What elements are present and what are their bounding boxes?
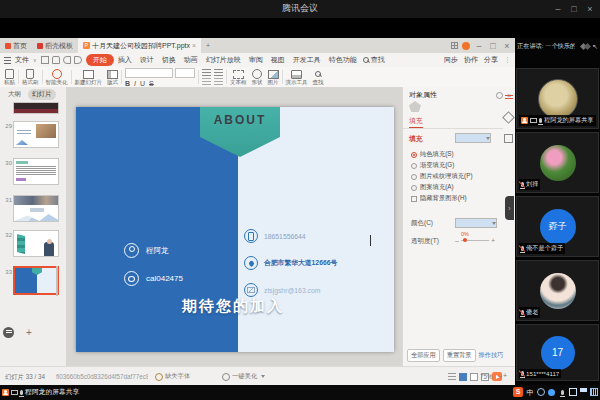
share-button[interactable]: 分享: [484, 55, 498, 65]
redo-icon[interactable]: [74, 56, 82, 64]
menu-view[interactable]: 视图: [267, 55, 289, 65]
slide-sorter-icon[interactable]: [470, 373, 478, 381]
color-dropdown[interactable]: [455, 218, 497, 228]
font-family-select[interactable]: [125, 68, 173, 78]
selection-pane-icon[interactable]: [504, 134, 513, 143]
slide-thumbnail-30[interactable]: [13, 158, 59, 185]
contacts-icon[interactable]: [580, 388, 587, 396]
animation-pane-icon[interactable]: [505, 95, 513, 101]
screen-share-banner[interactable]: 程阿龙的屏幕共享: [2, 387, 79, 397]
tab-home[interactable]: 首页: [0, 38, 32, 53]
new-tab-button[interactable]: +: [201, 38, 215, 53]
pin-icon[interactable]: [496, 92, 503, 99]
tab-close-icon[interactable]: ×: [192, 42, 196, 49]
slide-thumbnail-33-selected[interactable]: [13, 266, 59, 295]
font-size-select[interactable]: [175, 68, 195, 78]
ime-icon[interactable]: 中: [526, 388, 534, 396]
smart-beautify-button[interactable]: 智能美化: [46, 67, 68, 87]
new-slide-button[interactable]: 新建幻灯片: [75, 67, 103, 87]
tab-docer[interactable]: 稻壳模板: [32, 38, 78, 53]
apps-grid-icon[interactable]: [451, 42, 458, 49]
back-arrow-icon[interactable]: ↖: [592, 43, 598, 51]
apply-all-button[interactable]: 全部应用: [407, 349, 440, 362]
slide[interactable]: ABOUT 程阿龙 cal042475 期待您的加入: [76, 107, 394, 352]
maximize-button[interactable]: □: [566, 2, 582, 16]
smart-assistant-icon[interactable]: [502, 111, 515, 124]
participant-tile[interactable]: 程阿龙的屏幕共享: [516, 68, 599, 129]
minimize-button[interactable]: –: [550, 2, 566, 16]
menu-transition[interactable]: 切换: [158, 55, 180, 65]
menu-find[interactable]: 查找: [363, 55, 386, 65]
menu-review[interactable]: 审阅: [245, 55, 267, 65]
sync-button[interactable]: 同步: [444, 55, 458, 65]
account-avatar[interactable]: [462, 42, 470, 50]
option-hide-background[interactable]: 隐藏背景图形(H): [411, 193, 472, 204]
option-solid-fill[interactable]: 纯色填充(S): [411, 149, 472, 160]
option-gradient-fill[interactable]: 渐变填充(G): [411, 160, 472, 171]
mail-icon[interactable]: [569, 388, 577, 396]
option-picture-fill[interactable]: 图片或纹理填充(P): [411, 171, 472, 182]
fill-style-dropdown[interactable]: [455, 133, 491, 143]
strikethrough-button[interactable]: S: [149, 80, 154, 87]
wps-minimize-button[interactable]: –: [474, 39, 484, 53]
menu-start[interactable]: 开始: [86, 54, 114, 66]
add-slide-button[interactable]: +: [26, 327, 32, 338]
participant-tile[interactable]: 傻老: [516, 260, 599, 321]
paste-button[interactable]: 粘贴: [4, 67, 15, 87]
print-icon[interactable]: [52, 56, 60, 64]
wps-close-button[interactable]: ×: [502, 39, 512, 53]
participant-tile[interactable]: 孬子 俺不是个孬子: [516, 196, 599, 257]
sogou-input-icon[interactable]: S: [513, 387, 523, 397]
menu-devtools[interactable]: 开发工具: [289, 55, 325, 65]
numbered-list-icon[interactable]: [214, 69, 223, 76]
wps-maximize-button[interactable]: □: [488, 39, 498, 53]
slide-thumbnail-29[interactable]: [13, 121, 59, 148]
transparency-slider[interactable]: – 0% +: [455, 237, 495, 244]
display-icon[interactable]: [590, 388, 598, 396]
tab-slides[interactable]: 幻灯片: [28, 89, 56, 100]
network-icon[interactable]: [537, 388, 545, 396]
normal-view-icon[interactable]: [459, 373, 467, 381]
reset-background-button[interactable]: 重置背景: [443, 349, 476, 362]
panel-collapse-handle[interactable]: ›: [505, 196, 514, 220]
slider-handle[interactable]: [463, 238, 467, 242]
italic-button[interactable]: I: [134, 80, 136, 87]
menu-slideshow[interactable]: 幻灯片放映: [202, 55, 245, 65]
close-button[interactable]: ×: [582, 2, 598, 16]
slide-thumbnail-32[interactable]: [13, 230, 59, 257]
save-icon[interactable]: [41, 56, 49, 64]
shapes-button[interactable]: 形状: [252, 67, 263, 87]
qq-icon[interactable]: [548, 389, 555, 396]
slide-thumbnail-31[interactable]: [13, 195, 59, 222]
option-pattern-fill[interactable]: 图案填充(A): [411, 182, 472, 193]
menu-features[interactable]: 特色功能: [325, 55, 361, 65]
textbox-button[interactable]: 文本框: [230, 67, 247, 87]
zoom-out-button[interactable]: –: [498, 372, 502, 379]
one-click-beautify-button[interactable]: 一键美化: [222, 372, 265, 381]
thumbnails-scrollbar[interactable]: [56, 266, 58, 296]
menu-file[interactable]: 文件: [11, 55, 33, 65]
more-icon[interactable]: ⋮: [504, 56, 511, 64]
tab-document[interactable]: P 十月天建公司校园招聘PPT.pptx ×: [78, 38, 201, 53]
underline-button[interactable]: U: [140, 80, 145, 87]
menu-design[interactable]: 设计: [136, 55, 158, 65]
picture-button[interactable]: 图片: [268, 67, 279, 87]
format-painter-button[interactable]: 格式刷: [22, 67, 39, 87]
slide-thumbnail-partial[interactable]: [13, 102, 59, 114]
notes-icon[interactable]: [448, 373, 456, 380]
menu-insert[interactable]: 插入: [114, 55, 136, 65]
collaborate-button[interactable]: 协作: [464, 55, 478, 65]
tray-mic-icon[interactable]: [558, 388, 566, 396]
zoom-in-button[interactable]: +: [503, 372, 507, 379]
missing-fonts-warning[interactable]: 缺失字体: [155, 372, 190, 381]
find-button[interactable]: 查找: [313, 67, 324, 87]
navigation-fab[interactable]: [3, 327, 14, 338]
tips-link[interactable]: 操作技巧: [479, 351, 504, 360]
menu-animation[interactable]: 动画: [180, 55, 202, 65]
presenter-tools-button[interactable]: 演示工具: [286, 67, 308, 87]
align-center-icon[interactable]: [214, 78, 223, 85]
align-left-icon[interactable]: [202, 78, 211, 85]
layout-button[interactable]: 版式: [107, 67, 118, 87]
participant-tile[interactable]: 17 151****4117: [516, 324, 599, 381]
tab-outline[interactable]: 大纲: [4, 89, 25, 100]
